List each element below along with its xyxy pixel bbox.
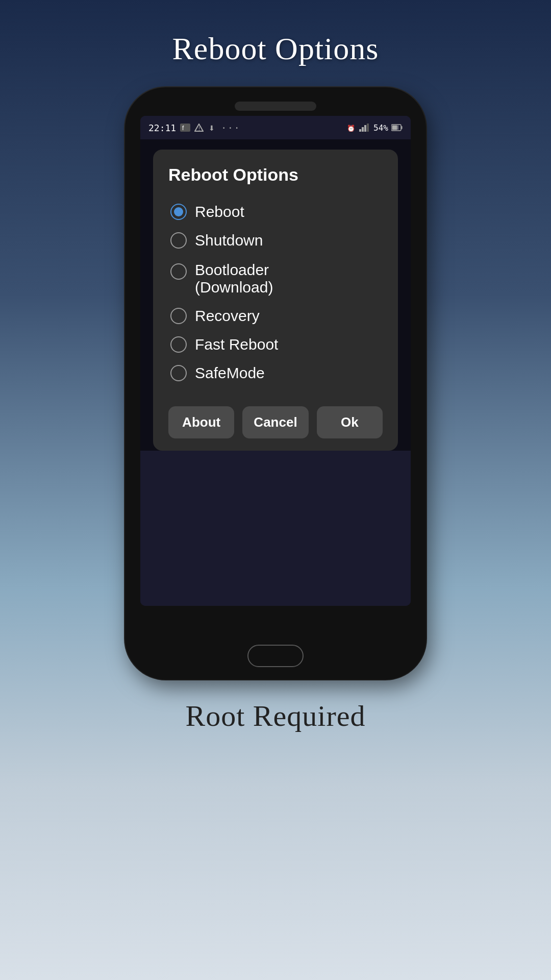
cancel-button[interactable]: Cancel <box>242 406 308 438</box>
page-title: Reboot Options <box>172 31 379 67</box>
reboot-dialog: Reboot Options Reboot Shutdown Bo <box>153 150 398 451</box>
svg-rect-8 <box>364 125 366 132</box>
label-shutdown: Shutdown <box>195 232 263 249</box>
option-shutdown[interactable]: Shutdown <box>168 228 383 253</box>
radio-bootloader[interactable] <box>170 263 187 280</box>
phone-device: 22:11 f ! ⬇ ··· ⏰ 54% <box>125 87 426 679</box>
fb-icon: f <box>180 124 190 132</box>
dialog-button-row: About Cancel Ok <box>168 406 383 438</box>
more-icon: ··· <box>221 122 241 133</box>
svg-rect-6 <box>359 129 361 132</box>
svg-text:⏰: ⏰ <box>347 124 356 132</box>
radio-reboot[interactable] <box>170 204 187 220</box>
option-reboot[interactable]: Reboot <box>168 199 383 225</box>
phone-speaker <box>235 102 316 111</box>
dialog-overlay: Reboot Options Reboot Shutdown Bo <box>140 139 411 451</box>
option-safemode[interactable]: SafeMode <box>168 360 383 386</box>
option-recovery[interactable]: Recovery <box>168 303 383 329</box>
battery-icon <box>391 124 403 131</box>
download-icon: ⬇ <box>208 124 217 132</box>
signal-icon <box>359 124 370 132</box>
phone-screen: 22:11 f ! ⬇ ··· ⏰ 54% <box>140 116 411 606</box>
alarm-icon: ⏰ <box>347 124 356 132</box>
option-fast-reboot[interactable]: Fast Reboot <box>168 332 383 357</box>
svg-rect-9 <box>367 124 369 132</box>
ok-button[interactable]: Ok <box>317 406 383 438</box>
option-bootloader[interactable]: Bootloader (Download) <box>168 256 383 300</box>
reboot-options-group: Reboot Shutdown Bootloader (Download) <box>168 199 383 386</box>
radio-shutdown[interactable] <box>170 232 187 249</box>
svg-rect-0 <box>180 124 190 132</box>
label-bootloader: Bootloader (Download) <box>195 261 273 296</box>
status-right: ⏰ 54% <box>347 123 403 133</box>
status-bar: 22:11 f ! ⬇ ··· ⏰ 54% <box>140 116 411 139</box>
radio-recovery[interactable] <box>170 308 187 324</box>
svg-rect-7 <box>362 127 364 132</box>
dialog-title: Reboot Options <box>168 165 383 185</box>
label-safemode: SafeMode <box>195 364 265 382</box>
about-button[interactable]: About <box>168 406 234 438</box>
svg-rect-13 <box>397 126 398 130</box>
phone-home-button[interactable] <box>247 645 304 667</box>
label-fast-reboot: Fast Reboot <box>195 336 278 353</box>
bottom-label: Root Required <box>186 699 366 733</box>
label-recovery: Recovery <box>195 307 260 325</box>
svg-rect-12 <box>392 126 397 130</box>
warning-icon: ! <box>194 124 204 132</box>
radio-fast-reboot[interactable] <box>170 336 187 353</box>
status-left: 22:11 f ! ⬇ ··· <box>148 122 241 133</box>
status-time: 22:11 <box>148 122 176 133</box>
label-reboot: Reboot <box>195 203 244 220</box>
radio-safemode[interactable] <box>170 365 187 381</box>
svg-rect-11 <box>402 126 403 129</box>
svg-text:!: ! <box>198 126 200 132</box>
battery-text: 54% <box>373 123 388 133</box>
screen-background: Reboot Options Reboot Shutdown Bo <box>140 139 411 606</box>
svg-text:⬇: ⬇ <box>209 124 215 132</box>
